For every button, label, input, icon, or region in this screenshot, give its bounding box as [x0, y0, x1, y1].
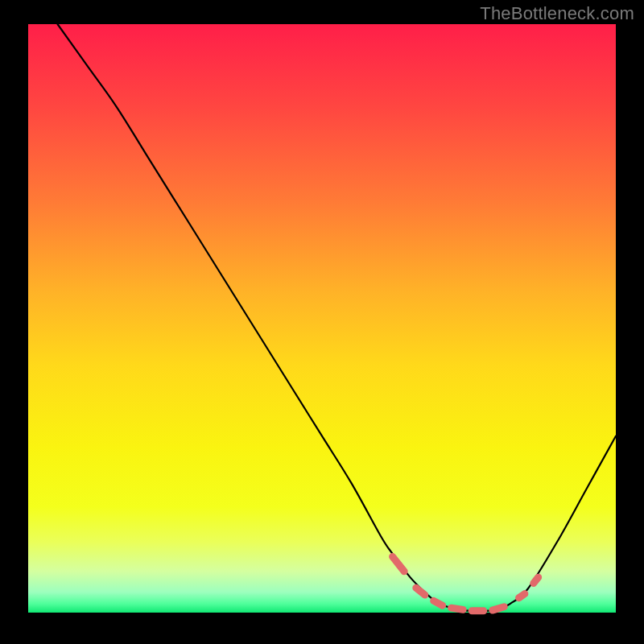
svg-line-2	[434, 601, 443, 605]
attribution-label: TheBottleneck.com	[480, 3, 634, 24]
chart-frame: TheBottleneck.com	[0, 0, 644, 644]
svg-line-6	[519, 594, 525, 598]
svg-line-3	[452, 608, 464, 609]
gradient-plot-area	[28, 24, 616, 613]
svg-line-5	[493, 607, 505, 610]
bottleneck-chart	[0, 0, 644, 644]
svg-line-7	[534, 577, 539, 583]
